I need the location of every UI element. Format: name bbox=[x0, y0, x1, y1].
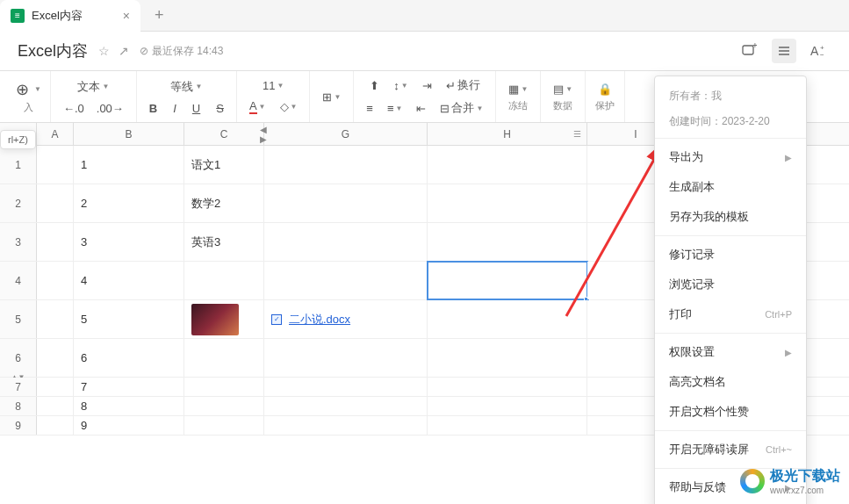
increase-decimal-button[interactable]: .00→ bbox=[93, 100, 127, 117]
align-middle-button[interactable]: ↕▼ bbox=[390, 77, 411, 94]
wrap-text-button[interactable]: ↵ 换行 bbox=[442, 76, 484, 95]
cell[interactable] bbox=[264, 262, 428, 299]
cell[interactable] bbox=[37, 223, 74, 261]
bold-button[interactable]: B bbox=[146, 100, 161, 117]
cell[interactable] bbox=[264, 339, 428, 377]
cell[interactable]: 3 bbox=[74, 223, 184, 261]
cell[interactable]: 9 bbox=[74, 416, 184, 435]
fill-color-button[interactable]: ◇▼ bbox=[277, 98, 301, 115]
col-header-B[interactable]: B bbox=[74, 123, 184, 145]
decrease-decimal-button[interactable]: ←.0 bbox=[60, 100, 88, 117]
font-color-button[interactable]: A▼ bbox=[246, 97, 270, 116]
cell[interactable] bbox=[428, 223, 587, 261]
cell[interactable] bbox=[264, 146, 428, 184]
row-header[interactable]: 7 bbox=[0, 378, 37, 396]
move-icon[interactable]: ↗ bbox=[119, 44, 129, 58]
row-header[interactable]: 9 bbox=[0, 416, 37, 435]
menu-item[interactable]: 导出为▶ bbox=[655, 142, 806, 172]
merge-cells-button[interactable]: ⊟ 合并▼ bbox=[436, 98, 486, 118]
format-dropdown[interactable]: 文本▼ bbox=[74, 77, 112, 97]
align-left-button[interactable]: ≡ bbox=[363, 100, 377, 117]
font-size-button[interactable]: A+− bbox=[807, 39, 831, 63]
hamburger-menu-button[interactable] bbox=[772, 39, 796, 63]
freeze-button[interactable]: ▦▼ bbox=[505, 81, 531, 97]
cell[interactable] bbox=[428, 300, 587, 338]
cell[interactable] bbox=[37, 416, 74, 435]
cell[interactable] bbox=[37, 184, 74, 222]
indent-button[interactable]: ⇥ bbox=[419, 77, 435, 94]
menu-item[interactable]: 权限设置▶ bbox=[655, 337, 806, 367]
row-header[interactable]: 2 bbox=[0, 184, 37, 222]
menu-item[interactable]: 开启无障碍读屏Ctrl+~ bbox=[655, 435, 806, 464]
cell[interactable]: 数学2 bbox=[184, 184, 264, 222]
checkbox-icon[interactable]: ✓ bbox=[271, 314, 282, 325]
protect-button[interactable]: 🔒 bbox=[594, 81, 615, 97]
cell[interactable]: 5 bbox=[74, 300, 184, 338]
cell[interactable] bbox=[37, 339, 74, 377]
font-size-dropdown[interactable]: 11▼ bbox=[259, 77, 287, 94]
cell[interactable]: 1 bbox=[74, 146, 184, 184]
cell[interactable] bbox=[37, 378, 74, 396]
cell[interactable] bbox=[184, 262, 264, 299]
row-header[interactable]: 4 bbox=[0, 262, 37, 299]
browser-tab[interactable]: ≡ Excel内容 × bbox=[0, 0, 140, 32]
row-header[interactable]: 3 bbox=[0, 223, 37, 261]
row-header[interactable]: 6▲▼ bbox=[0, 339, 37, 377]
menu-item[interactable]: 另存为我的模板 bbox=[655, 202, 806, 232]
cell[interactable] bbox=[37, 262, 74, 299]
cell[interactable] bbox=[184, 397, 264, 415]
outdent-button[interactable]: ⇤ bbox=[413, 100, 429, 117]
col-header-A[interactable]: A bbox=[37, 123, 74, 145]
embedded-image[interactable] bbox=[191, 304, 239, 335]
chevron-down-icon[interactable]: ▼ bbox=[34, 85, 41, 93]
strikethrough-button[interactable]: S bbox=[212, 100, 227, 117]
add-circle-icon[interactable]: ⊕ bbox=[16, 80, 29, 99]
new-tab-button[interactable]: + bbox=[147, 6, 171, 25]
filter-icon[interactable]: ☰ bbox=[573, 129, 581, 139]
row-header[interactable]: 5 bbox=[0, 300, 37, 338]
add-comment-button[interactable]: + bbox=[737, 39, 761, 63]
col-header-G[interactable]: G bbox=[264, 123, 428, 145]
menu-item[interactable]: 高亮文档名 bbox=[655, 367, 806, 397]
italic-button[interactable]: I bbox=[169, 100, 180, 117]
align-top-button[interactable]: ⬆ bbox=[366, 77, 383, 94]
cell[interactable] bbox=[428, 378, 587, 396]
file-link[interactable]: 二小说.docx bbox=[289, 312, 350, 328]
cell[interactable]: 2 bbox=[74, 184, 184, 222]
cell[interactable] bbox=[264, 223, 428, 261]
cell[interactable] bbox=[428, 397, 587, 415]
cell[interactable] bbox=[184, 300, 264, 338]
cell[interactable]: 英语3 bbox=[184, 223, 264, 261]
cell[interactable]: 4 bbox=[74, 262, 184, 299]
menu-item[interactable]: 打印Ctrl+P bbox=[655, 299, 806, 329]
menu-item[interactable]: 浏览记录 bbox=[655, 270, 806, 299]
cell[interactable]: 8 bbox=[74, 397, 184, 415]
data-button[interactable]: ▤▼ bbox=[550, 81, 576, 97]
row-header[interactable]: 1 bbox=[0, 146, 37, 184]
menu-item[interactable]: 开启文档个性赞 bbox=[655, 397, 806, 427]
cell[interactable] bbox=[264, 378, 428, 396]
cell[interactable] bbox=[184, 378, 264, 396]
cell[interactable]: 6 bbox=[74, 339, 184, 377]
cell[interactable]: ✓二小说.docx bbox=[264, 300, 428, 338]
cell[interactable]: 7 bbox=[74, 378, 184, 396]
cell[interactable] bbox=[264, 184, 428, 222]
save-status[interactable]: ⊘ 最近保存 14:43 bbox=[140, 44, 223, 59]
cell[interactable] bbox=[184, 416, 264, 435]
cell[interactable] bbox=[37, 146, 74, 184]
doc-title[interactable]: Excel内容 bbox=[18, 40, 88, 61]
border-button[interactable]: ⊞▼ bbox=[319, 89, 344, 105]
cell[interactable] bbox=[428, 146, 587, 184]
cell[interactable] bbox=[428, 416, 587, 435]
cell[interactable]: 语文1 bbox=[184, 146, 264, 184]
font-family-dropdown[interactable]: 等线▼ bbox=[167, 77, 205, 97]
cell[interactable] bbox=[428, 184, 587, 222]
col-header-C[interactable]: C◀ ▶ bbox=[184, 123, 264, 145]
row-header[interactable]: 8 bbox=[0, 397, 37, 415]
menu-item[interactable]: 修订记录 bbox=[655, 240, 806, 270]
cell[interactable] bbox=[264, 397, 428, 415]
cell[interactable] bbox=[184, 339, 264, 377]
cell[interactable] bbox=[37, 300, 74, 338]
menu-item[interactable]: 生成副本 bbox=[655, 172, 806, 202]
cell[interactable] bbox=[428, 262, 587, 299]
